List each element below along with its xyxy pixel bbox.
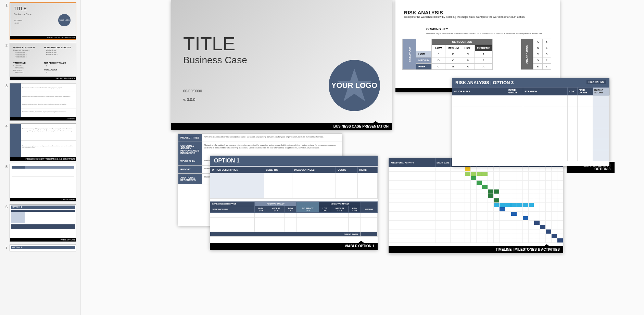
- logo-placeholder: YOUR LOGO: [329, 60, 380, 111]
- thumb-title: TITLE: [14, 6, 27, 11]
- grade-rating-table: GRADE RATINGA5 B4 C3 D2 E1: [521, 39, 551, 70]
- thumb-subtitle: Business Case: [14, 13, 32, 16]
- slide-thumbnail-4[interactable]: Provide a summary of the proposed projec…: [10, 123, 76, 161]
- option-table: OPTION DESCRIPTIONBENEFITSDISADVANTAGESC…: [210, 167, 378, 199]
- stakeholder-table: STAKEHOLDER IMPACTPOSITIVE IMPACTNEGATIV…: [210, 201, 378, 237]
- logo-icon: YOUR LOGO: [58, 14, 71, 26]
- risk-matrix: LIKELIHOODSERIOUSNESS LOWMEDIUMHIGHEXTRE…: [402, 39, 493, 70]
- grading-key-title: GRADING KEY: [426, 27, 448, 31]
- slide-thumbnails-panel: 1 TITLE Business Case 00/00/0000 v. 0.0.…: [0, 0, 80, 315]
- option-title: OPTION 1: [210, 156, 378, 166]
- timeline-table: MILESTONE / ACTIVITYSTART DATEEND DATEWE…: [389, 158, 563, 243]
- slide-thumbnail-5[interactable]: STAKEHOLDERS: [10, 164, 76, 201]
- slide-thumbnail-2[interactable]: PROJECT OVERVIEW Paragraph description •…: [10, 43, 76, 80]
- risk-title: RISK ANALYSIS: [404, 10, 443, 15]
- presentation-subtitle: Business Case: [183, 55, 247, 66]
- risk3-title: RISK ANALYSIS | OPTION 3 RISK RATING: [452, 78, 609, 87]
- option-footer: VIABLE OPTION 1: [210, 243, 378, 250]
- slide-footer: BUSINESS CASE PRESENTATION: [171, 123, 392, 130]
- slide-timeline[interactable]: MILESTONE / ACTIVITYSTART DATEEND DATEWE…: [389, 158, 563, 253]
- slide-option-1[interactable]: OPTION 1 OPTION DESCRIPTIONBENEFITSDISAD…: [210, 156, 378, 250]
- slide-thumbnail-1[interactable]: TITLE Business Case 00/00/0000 v. 0.0.0 …: [10, 2, 76, 40]
- slide-thumbnail-6[interactable]: OPTION 1 VIABLE OPTION 1: [10, 204, 76, 242]
- risk-desc: Complete the worksheet below by detailin…: [404, 15, 525, 18]
- timeline-footer: TIMELINE | MILESTONES & ACTIVITIES: [389, 246, 563, 253]
- presentation-version: v. 0.0.0: [183, 97, 195, 102]
- presentation-date: 00/00/0000: [183, 89, 202, 93]
- slide-risk-option-3[interactable]: RISK ANALYSIS | OPTION 3 RISK RATING MAJ…: [452, 78, 609, 166]
- slide-canvas: TITLE Business Case 00/00/0000 v. 0.0.0 …: [80, 0, 644, 315]
- slide-thumbnail-3[interactable]: Describe in one line the intended benefi…: [10, 83, 76, 121]
- slide-title[interactable]: TITLE Business Case 00/00/0000 v. 0.0.0 …: [171, 0, 392, 130]
- grading-key-desc: Utilize the key to calculate the combine…: [426, 32, 543, 35]
- thumb-number: 1: [3, 2, 8, 7]
- slide-thumbnail-7[interactable]: OPTION 2: [10, 245, 76, 251]
- presentation-title: TITLE: [183, 32, 235, 55]
- risk3-table: MAJOR RISKSINITIAL GRADESTRATEGYCOSTFINA…: [452, 87, 609, 161]
